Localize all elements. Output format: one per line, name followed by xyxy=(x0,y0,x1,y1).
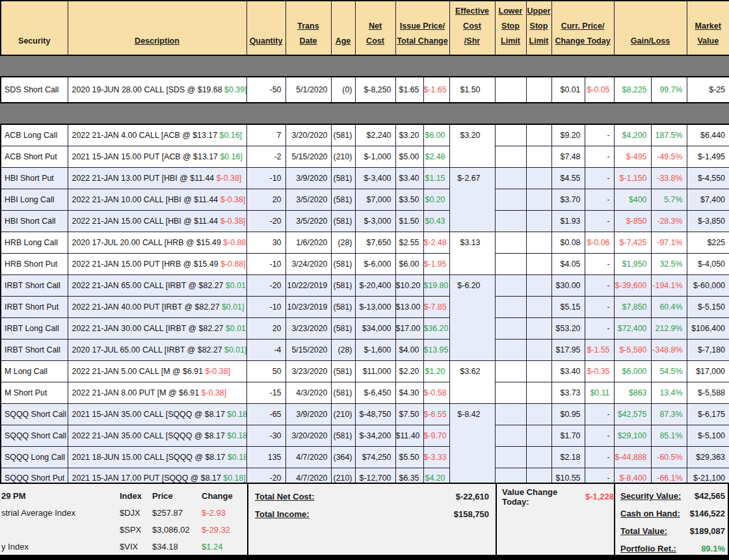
col-header-net-cost[interactable]: NetCost xyxy=(355,1,395,55)
cell-lower-stop xyxy=(495,274,526,296)
cell-security: M Short Put xyxy=(1,382,68,403)
cell-market-value: $29,363 xyxy=(687,446,729,468)
cell-market-value: $-7,180 xyxy=(687,339,729,360)
position-row-sqqq: SQQQ Short Call2021 15-JAN 35.00 CALL [S… xyxy=(1,403,729,425)
cell-quantity: -30 xyxy=(246,425,285,446)
cell-curr-price: $17.95 xyxy=(551,339,585,360)
cell-change-today: - xyxy=(585,317,614,339)
cell-net-cost: $-6,000 xyxy=(355,253,395,274)
cell-market-value: $7,400 xyxy=(687,189,729,210)
cell-curr-price: $3.40 xyxy=(551,360,585,382)
cell-gain-loss: $8,225 xyxy=(614,77,651,103)
underlying-change: $-0.38] xyxy=(220,217,246,226)
col-header-description[interactable]: Description xyxy=(68,1,246,55)
summary-label: Portfolio Ret.: xyxy=(620,544,676,553)
cell-total-change: $-7.85 xyxy=(423,296,449,317)
summary-label: Total Value: xyxy=(620,526,667,536)
cell-security: HBI Short Call xyxy=(1,210,68,232)
position-row-hbi: HBI Long Call2022 21-JAN 10.00 CALL [HBI… xyxy=(1,189,729,210)
cell-curr-price: $0.01 xyxy=(551,77,585,103)
cell-gain-loss: $-1,150 xyxy=(614,167,651,189)
col-header-upper-stop-limit[interactable]: UpperStopLimit xyxy=(526,1,551,55)
cell-gain-pct: 60.4% xyxy=(651,296,687,317)
cell-age: (581) xyxy=(331,296,355,317)
col-header-quantity[interactable]: Quantity xyxy=(246,1,285,55)
cell-gain-loss: $-495 xyxy=(614,146,651,167)
position-row-hrb: HRB Short Put2022 21-JAN 15.00 PUT [HRB … xyxy=(1,253,729,274)
cell-quantity: -10 xyxy=(246,253,285,274)
cell-upper-stop xyxy=(526,360,551,382)
position-row-irbt: IRBT Short Call2020 17-JUL 65.00 CALL [I… xyxy=(1,339,729,360)
cell-trans-date: 10/22/2019 xyxy=(285,274,331,296)
cell-change-today: - xyxy=(585,425,614,446)
cell-description: 2022 21-JAN 13.00 PUT [HBI @ $11.44 $-0.… xyxy=(68,167,246,189)
cell-market-value: $225 xyxy=(687,232,729,253)
cell-gain-pct: 5.7% xyxy=(651,189,687,210)
position-row-sds: SDS Short Call2020 19-JUN 28.00 CALL [SD… xyxy=(1,77,729,103)
cell-security: SQQQ Short Call xyxy=(1,403,68,425)
cell-upper-stop xyxy=(526,296,551,317)
summary-row: Security Value:$42,565 xyxy=(615,487,728,505)
value-change-today-value: $-1,228 xyxy=(585,492,614,501)
cell-curr-price: $3.73 xyxy=(551,382,585,403)
col-header-gain-loss[interactable]: Gain/Loss xyxy=(614,1,687,55)
cell-upper-stop xyxy=(526,189,551,210)
cell-change-today: $-0.06 xyxy=(585,232,614,253)
cell-description: 2020 17-JUL 20.00 CALL [HRB @ $15.49 $-0… xyxy=(68,232,246,253)
cell-net-cost: $7,000 xyxy=(355,189,395,210)
cell-issue-price: $5.50 xyxy=(395,446,423,468)
cell-effective-cost: $3.20 xyxy=(449,124,495,167)
cell-gain-loss: $4,200 xyxy=(614,124,651,146)
cell-total-change: $1.20 xyxy=(423,360,449,382)
cell-age: (581) xyxy=(331,124,355,146)
cell-issue-price: $17.00 xyxy=(395,317,423,339)
summary-value: $146,522 xyxy=(690,509,725,518)
cell-trans-date: 3/5/2020 xyxy=(285,189,331,210)
summary-row: Portfolio Ret.:89.1% xyxy=(615,540,728,557)
index-name: strial Average Index xyxy=(0,508,120,518)
value-change-panel: Value Change Today: $-1,228 xyxy=(496,484,614,555)
cell-lower-stop xyxy=(495,189,526,210)
underlying-change: $-0.38] xyxy=(202,388,227,397)
col-header-security[interactable]: Security xyxy=(1,1,68,55)
cell-quantity: 135 xyxy=(246,446,285,468)
cell-security: HRB Short Put xyxy=(1,253,68,274)
cell-age: (581) xyxy=(331,167,355,189)
cell-gain-pct: 187.5% xyxy=(651,124,687,146)
cell-lower-stop xyxy=(495,167,526,189)
cell-issue-price: $4.00 xyxy=(395,339,423,360)
underlying-change: $0.16] xyxy=(220,131,242,140)
cell-market-value: $-3,850 xyxy=(687,210,729,232)
cell-gain-pct: -49.5% xyxy=(651,146,687,167)
col-header-lower-stop-limit[interactable]: LowerStopLimit xyxy=(495,1,526,55)
cell-curr-price: $0.95 xyxy=(551,403,585,425)
cell-issue-price: $7.50 xyxy=(395,403,423,425)
cell-total-change: $2.48 xyxy=(423,146,449,167)
cell-quantity: -10 xyxy=(246,296,285,317)
cell-total-change: $6.00 xyxy=(423,124,449,146)
cell-age: (581) xyxy=(331,253,355,274)
cell-effective-cost: $1.50 xyxy=(449,77,495,103)
cell-curr-price: $2.18 xyxy=(551,446,585,468)
col-header-age[interactable]: Age xyxy=(331,1,355,55)
cell-gain-loss: $6,000 xyxy=(614,360,651,382)
cell-age: (28) xyxy=(331,232,355,253)
cell-change-today: - xyxy=(585,146,614,167)
cell-age: (581) xyxy=(331,382,355,403)
cell-trans-date: 3/23/2020 xyxy=(285,360,331,382)
cell-curr-price: $30.00 xyxy=(551,274,585,296)
cell-age: (210) xyxy=(331,146,355,167)
cell-total-change: $0.20 xyxy=(423,189,449,210)
underlying-change: $0.01] xyxy=(226,324,246,333)
cell-issue-price: $6.00 xyxy=(395,253,423,274)
cell-lower-stop xyxy=(495,339,526,360)
cell-market-value: $-1,495 xyxy=(687,146,729,167)
underlying-change: $0.18] xyxy=(223,473,245,483)
col-header-market-value[interactable]: MarketValue xyxy=(687,1,729,55)
col-header-effective-cost-shr[interactable]: EffectiveCost/Shr xyxy=(449,1,495,55)
col-header-trans-date[interactable]: TransDate xyxy=(285,1,331,55)
cell-gain-loss: $42,575 xyxy=(614,403,651,425)
col-header-curr-price-change-today[interactable]: Curr. Price/Change Today xyxy=(551,1,614,55)
col-header-issue-price-total-change[interactable]: Issue Price/Total Change xyxy=(395,1,449,55)
cell-lower-stop xyxy=(495,446,526,468)
